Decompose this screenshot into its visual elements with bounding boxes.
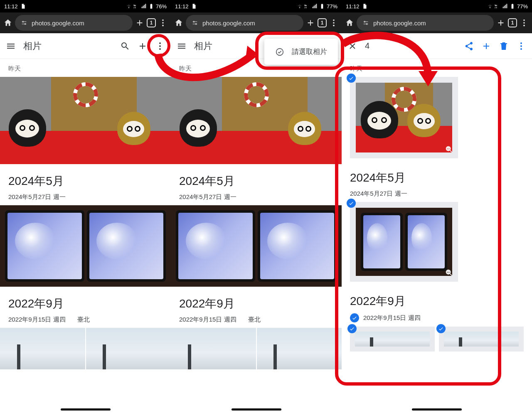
upload-plus-icon[interactable]: [138, 41, 148, 51]
home-indicator[interactable]: [232, 408, 281, 411]
android-status-bar: 11:12 76%: [0, 0, 171, 12]
selected-check-icon[interactable]: [347, 74, 356, 83]
url-text: photos.google.com: [32, 20, 84, 27]
battery-icon: [510, 3, 515, 9]
url-bar[interactable]: photos.google.com: [357, 15, 494, 31]
selection-more-icon[interactable]: [516, 41, 526, 51]
thumb-row-selected: [342, 327, 532, 352]
selection-app-bar: 4: [342, 33, 532, 59]
home-icon[interactable]: [174, 18, 183, 27]
battery-icon: [319, 3, 325, 9]
volte-icon: [304, 3, 310, 9]
signal-icon: [312, 3, 318, 9]
selection-count: 4: [365, 41, 456, 51]
add-to-icon[interactable]: [481, 41, 491, 51]
popup-text: 請選取相片: [292, 47, 327, 57]
home-indicator[interactable]: [412, 408, 462, 411]
photo-landscape-1[interactable]: [171, 328, 256, 369]
trash-icon[interactable]: [499, 41, 509, 51]
wifi-icon: [297, 3, 303, 9]
new-tab-icon[interactable]: [135, 18, 144, 27]
notification-doc-icon: [20, 3, 26, 9]
screen-3: 11:12 77% photos.google.com 1 4: [342, 0, 532, 413]
new-tab-icon[interactable]: [496, 18, 505, 27]
hamburger-menu-icon[interactable]: [177, 41, 187, 51]
date-yesterday: 昨天: [0, 59, 171, 77]
new-tab-icon[interactable]: [306, 18, 315, 27]
date-may: 2024年5月27日 週一: [171, 192, 342, 205]
zoom-icon[interactable]: [445, 145, 454, 154]
date-yesterday: 昨天: [342, 59, 532, 77]
svg-point-11: [366, 23, 368, 25]
battery-icon: [148, 3, 154, 9]
photo-feed[interactable]: 昨天 2024年5月 2024年5月27日 週一 2022年9月 2022年9月…: [0, 59, 171, 369]
zoom-icon[interactable]: [445, 268, 454, 278]
thumb-row: [0, 328, 171, 369]
battery-percent: 77%: [327, 3, 337, 10]
browser-more-icon[interactable]: [329, 18, 338, 27]
app-title: 相片: [23, 40, 113, 52]
site-settings-icon: [362, 20, 369, 26]
status-time: 11:12: [4, 3, 18, 10]
share-icon[interactable]: [464, 41, 474, 51]
date-sep-selected[interactable]: 2022年9月15日 週四: [342, 312, 532, 327]
search-icon[interactable]: [120, 41, 130, 51]
date-sep: 2022年9月15日 週四 臺北: [0, 314, 171, 328]
photo-landscape-2[interactable]: [257, 328, 342, 369]
app-more-icon[interactable]: [155, 41, 165, 51]
home-indicator[interactable]: [61, 408, 111, 411]
date-sep: 2022年9月15日 週四 臺北: [171, 314, 342, 328]
photo-landscape-1-selected[interactable]: [350, 327, 435, 352]
svg-point-6: [22, 21, 24, 22]
thumb-row: [171, 328, 342, 369]
wifi-icon: [126, 3, 132, 9]
check-circle-icon: [275, 47, 284, 57]
month-header-sep: 2022年9月: [342, 284, 532, 312]
svg-point-10: [364, 21, 365, 22]
close-selection-icon[interactable]: [347, 41, 357, 51]
url-bar[interactable]: photos.google.com: [15, 15, 133, 31]
battery-percent: 77%: [517, 3, 528, 10]
volte-icon: [495, 3, 500, 9]
home-icon[interactable]: [345, 18, 354, 27]
month-header-sep: 2022年9月: [0, 287, 171, 314]
site-settings-icon: [21, 20, 27, 26]
photo-daruma-selected[interactable]: [350, 77, 458, 158]
signal-icon: [502, 3, 508, 9]
photo-phones[interactable]: [171, 205, 342, 287]
screen-2: 11:12 77% photos.google.com 1 相片: [171, 0, 342, 413]
selected-check-icon[interactable]: [436, 324, 446, 333]
date-row-check-icon[interactable]: [350, 313, 359, 322]
android-status-bar: 11:12 77%: [171, 0, 342, 12]
photo-daruma[interactable]: [0, 77, 171, 164]
home-icon[interactable]: [3, 18, 12, 27]
month-header-may: 2024年5月: [171, 164, 342, 192]
svg-point-8: [193, 21, 195, 22]
browser-more-icon[interactable]: [158, 18, 167, 27]
tab-switcher[interactable]: 1: [508, 18, 517, 27]
hamburger-menu-icon[interactable]: [6, 41, 16, 51]
selected-check-icon[interactable]: [347, 324, 357, 333]
select-photos-popup[interactable]: 請選取相片: [264, 39, 338, 65]
selected-check-icon[interactable]: [347, 199, 356, 208]
photo-feed-selection[interactable]: 昨天 2024年5月 2024年5月27日 週一 2022年9月: [342, 59, 532, 352]
chrome-toolbar: photos.google.com 1: [171, 12, 342, 33]
tab-switcher[interactable]: 1: [147, 18, 156, 27]
photo-landscape-2-selected[interactable]: [439, 327, 524, 352]
photo-feed[interactable]: 昨天 2024年5月 2024年5月27日 週一 2022年9月 2022年9月…: [171, 59, 342, 369]
photo-phones[interactable]: [0, 205, 171, 287]
photo-daruma[interactable]: [171, 77, 342, 164]
signal-icon: [141, 3, 147, 9]
photo-landscape-1[interactable]: [0, 328, 85, 369]
url-bar[interactable]: photos.google.com: [186, 15, 303, 31]
month-header-may: 2024年5月: [342, 161, 532, 188]
status-time: 11:12: [346, 3, 360, 10]
chrome-toolbar: photos.google.com 1: [0, 12, 171, 33]
tab-switcher[interactable]: 1: [318, 18, 327, 27]
chrome-toolbar: photos.google.com 1: [342, 12, 532, 33]
photo-landscape-2[interactable]: [86, 328, 171, 369]
android-status-bar: 11:12 77%: [342, 0, 532, 12]
browser-more-icon[interactable]: [520, 18, 529, 27]
photo-phones-selected[interactable]: [350, 202, 458, 282]
url-text: photos.google.com: [202, 20, 255, 27]
